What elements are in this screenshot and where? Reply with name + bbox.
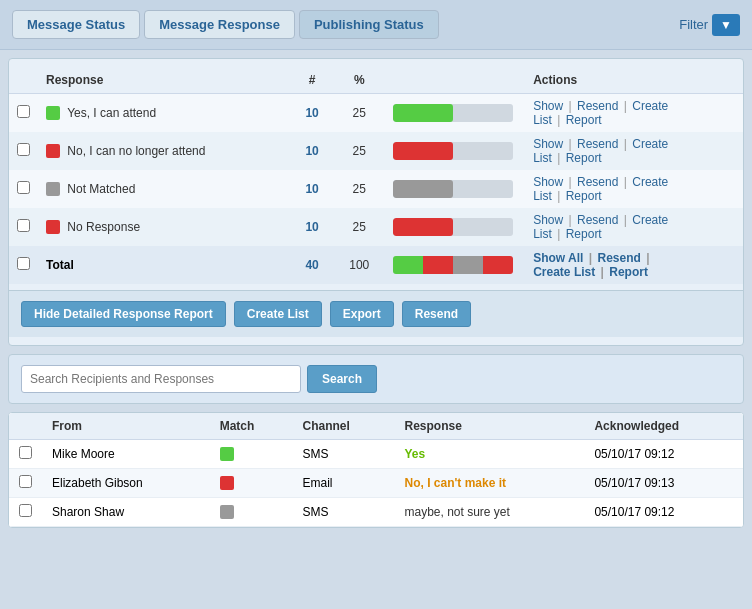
action-resend-noresponse[interactable]: Resend	[577, 213, 618, 227]
col-actions: Actions	[525, 67, 743, 94]
row-pct-total: 100	[333, 246, 385, 284]
row-actions-noresponse[interactable]: Show | Resend | Create List | Report	[525, 208, 743, 246]
action-report-total[interactable]: Report	[609, 265, 648, 279]
tab-message-response[interactable]: Message Response	[144, 10, 295, 39]
filter-button[interactable]: ▼	[712, 14, 740, 36]
color-dot-no	[46, 144, 60, 158]
rec-channel-2: Email	[293, 469, 395, 498]
rec-from-1: Mike Moore	[42, 440, 210, 469]
table-row-total: Total 40 100 Show All | Resend |	[9, 246, 743, 284]
table-row: No, I can no longer attend 10 25 Show | …	[9, 132, 743, 170]
action-show-yes[interactable]: Show	[533, 99, 563, 113]
row-label-total: Total	[38, 246, 291, 284]
row-checkbox-total[interactable]	[9, 246, 38, 284]
action-list-notmatched[interactable]: List	[533, 189, 552, 203]
action-create-noresponse[interactable]: Create	[632, 213, 668, 227]
action-show-noresponse[interactable]: Show	[533, 213, 563, 227]
search-button[interactable]: Search	[307, 365, 377, 393]
col-response-rec: Response	[394, 413, 584, 440]
row-bar-noresponse	[385, 208, 525, 246]
action-resend-no[interactable]: Resend	[577, 137, 618, 151]
action-report-notmatched[interactable]: Report	[566, 189, 602, 203]
list-item: Sharon Shaw SMS maybe, not sure yet 05/1…	[9, 498, 743, 527]
rec-from-3: Sharon Shaw	[42, 498, 210, 527]
row-checkbox-noresponse[interactable]	[9, 208, 38, 246]
action-showall-total[interactable]: Show All	[533, 251, 583, 265]
rec-response-2: No, I can't make it	[394, 469, 584, 498]
row-actions-notmatched[interactable]: Show | Resend | Create List | Report	[525, 170, 743, 208]
rec-checkbox-1[interactable]	[9, 440, 42, 469]
match-dot-2	[220, 476, 234, 490]
color-dot-noresponse	[46, 220, 60, 234]
row-checkbox-yes[interactable]	[9, 94, 38, 133]
col-bar	[385, 67, 525, 94]
row-num-total: 40	[291, 246, 333, 284]
tab-publishing-status[interactable]: Publishing Status	[299, 10, 439, 39]
rec-acknowledged-3: 05/10/17 09:12	[584, 498, 743, 527]
col-match: Match	[210, 413, 293, 440]
table-row: Yes, I can attend 10 25 Show | Resend | …	[9, 94, 743, 133]
action-resend-notmatched[interactable]: Resend	[577, 175, 618, 189]
col-num: #	[291, 67, 333, 94]
rec-checkbox-3[interactable]	[9, 498, 42, 527]
rec-acknowledged-1: 05/10/17 09:12	[584, 440, 743, 469]
row-bar-notmatched	[385, 170, 525, 208]
rec-checkbox-2[interactable]	[9, 469, 42, 498]
action-create-notmatched[interactable]: Create	[632, 175, 668, 189]
row-pct-no: 25	[333, 132, 385, 170]
col-acknowledged: Acknowledged	[584, 413, 743, 440]
action-list-yes[interactable]: List	[533, 113, 552, 127]
action-report-no[interactable]: Report	[566, 151, 602, 165]
action-create-yes[interactable]: Create	[632, 99, 668, 113]
action-show-no[interactable]: Show	[533, 137, 563, 151]
tab-message-status[interactable]: Message Status	[12, 10, 140, 39]
col-pct: %	[333, 67, 385, 94]
row-num-no: 10	[291, 132, 333, 170]
filter-area: Filter ▼	[679, 14, 740, 36]
resend-button[interactable]: Resend	[402, 301, 471, 327]
rec-channel-3: SMS	[293, 498, 395, 527]
search-panel: Search	[8, 354, 744, 404]
row-bar-no	[385, 132, 525, 170]
row-label-yes: Yes, I can attend	[38, 94, 291, 133]
create-list-button[interactable]: Create List	[234, 301, 322, 327]
action-show-notmatched[interactable]: Show	[533, 175, 563, 189]
action-list-no[interactable]: List	[533, 151, 552, 165]
action-report-noresponse[interactable]: Report	[566, 227, 602, 241]
row-pct-noresponse: 25	[333, 208, 385, 246]
action-list-noresponse[interactable]: List	[533, 227, 552, 241]
col-checkbox	[9, 67, 38, 94]
rec-response-1: Yes	[394, 440, 584, 469]
row-bar-yes	[385, 94, 525, 133]
hide-report-button[interactable]: Hide Detailed Response Report	[21, 301, 226, 327]
rec-match-3	[210, 498, 293, 527]
action-createlist-total[interactable]: Create List	[533, 265, 595, 279]
list-item: Mike Moore SMS Yes 05/10/17 09:12	[9, 440, 743, 469]
row-actions-yes[interactable]: Show | Resend | Create List | Report	[525, 94, 743, 133]
action-resend-total[interactable]: Resend	[597, 251, 640, 265]
action-report-yes[interactable]: Report	[566, 113, 602, 127]
export-button[interactable]: Export	[330, 301, 394, 327]
action-create-no[interactable]: Create	[632, 137, 668, 151]
rec-from-2: Elizabeth Gibson	[42, 469, 210, 498]
col-response: Response	[38, 67, 291, 94]
rec-channel-1: SMS	[293, 440, 395, 469]
col-from: From	[42, 413, 210, 440]
match-dot-3	[220, 505, 234, 519]
rec-match-2	[210, 469, 293, 498]
rec-match-1	[210, 440, 293, 469]
recipients-panel: From Match Channel Response Acknowledged…	[8, 412, 744, 528]
row-label-no: No, I can no longer attend	[38, 132, 291, 170]
row-actions-total[interactable]: Show All | Resend | Create List | Report	[525, 246, 743, 284]
bottom-buttons: Hide Detailed Response Report Create Lis…	[9, 290, 743, 337]
search-input[interactable]	[21, 365, 301, 393]
row-checkbox-no[interactable]	[9, 132, 38, 170]
row-checkbox-notmatched[interactable]	[9, 170, 38, 208]
row-pct-yes: 25	[333, 94, 385, 133]
row-actions-no[interactable]: Show | Resend | Create List | Report	[525, 132, 743, 170]
search-row: Search	[21, 365, 731, 393]
table-row: No Response 10 25 Show | Resend | Create…	[9, 208, 743, 246]
action-resend-yes[interactable]: Resend	[577, 99, 618, 113]
color-dot-yes	[46, 106, 60, 120]
row-num-noresponse: 10	[291, 208, 333, 246]
